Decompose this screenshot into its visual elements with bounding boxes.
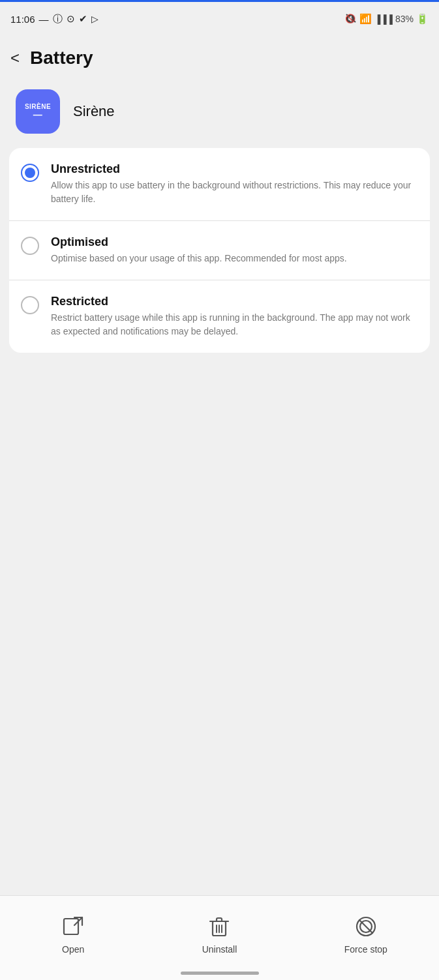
force-stop-button[interactable]: Force stop (337, 914, 395, 955)
app-icon-text: SIRÈNE— (25, 102, 51, 121)
svg-text:🔇: 🔇 (345, 13, 356, 24)
option-optimised-text: Optimised Optimise based on your usage o… (51, 235, 416, 265)
option-restricted-title: Restricted (51, 295, 416, 308)
back-button[interactable]: < (10, 49, 20, 67)
status-bar-right: 🔇 📶 ▐▐▐ 83% 🔋 (345, 13, 429, 25)
status-bar: 11:06 — ⓘ ⊙ ✔ ▷ 🔇 📶 ▐▐▐ 83% 🔋 (0, 2, 439, 36)
app-info-row: SIRÈNE— Sirène (0, 78, 439, 148)
option-unrestricted[interactable]: Unrestricted Allow this app to use batte… (9, 148, 430, 220)
option-restricted-text: Restricted Restrict battery usage while … (51, 295, 416, 338)
option-optimised-title: Optimised (51, 235, 416, 249)
uninstall-button[interactable]: Uninstall (190, 914, 249, 955)
open-icon (61, 914, 85, 939)
battery-options-card: Unrestricted Allow this app to use batte… (9, 148, 430, 353)
home-bar-indicator (181, 972, 259, 975)
option-unrestricted-desc: Allow this app to use battery in the bac… (51, 179, 416, 206)
page-title: Battery (30, 48, 93, 68)
app-icon: SIRÈNE— (16, 89, 60, 134)
play-icon: ▷ (91, 14, 98, 24)
status-bar-left: 11:06 — ⓘ ⊙ ✔ ▷ (10, 13, 98, 25)
signal-icon: ▐▐▐ (374, 14, 393, 24)
mute-icon: 🔇 (345, 13, 357, 25)
option-optimised-desc: Optimise based on your usage of this app… (51, 252, 416, 265)
option-restricted[interactable]: Restricted Restrict battery usage while … (9, 280, 430, 353)
app-name: Sirène (73, 103, 115, 120)
radio-restricted[interactable] (21, 296, 39, 314)
force-stop-icon (354, 914, 378, 939)
clock-icon: ⊙ (67, 13, 75, 25)
force-stop-label: Force stop (344, 944, 387, 955)
open-button[interactable]: Open (44, 914, 102, 955)
page-header: < Battery (0, 36, 439, 78)
option-unrestricted-text: Unrestricted Allow this app to use batte… (51, 162, 416, 206)
bottom-action-bar: Open Uninstall Force stop (0, 895, 439, 980)
status-time: 11:06 (10, 14, 35, 25)
radio-unrestricted[interactable] (21, 164, 39, 182)
radio-unrestricted-fill (25, 168, 35, 178)
option-restricted-desc: Restrict battery usage while this app is… (51, 311, 416, 338)
battery-icon: 🔋 (416, 13, 429, 25)
svg-rect-2 (64, 919, 78, 934)
open-label: Open (62, 944, 84, 955)
option-unrestricted-title: Unrestricted (51, 162, 416, 176)
uninstall-label: Uninstall (202, 944, 237, 955)
uninstall-icon (207, 914, 232, 939)
battery-level: 83% (395, 14, 414, 24)
status-dash: — (39, 14, 49, 25)
option-optimised[interactable]: Optimised Optimise based on your usage o… (9, 220, 430, 280)
info-icon: ⓘ (53, 13, 63, 25)
task-icon: ✔ (79, 13, 87, 25)
radio-optimised[interactable] (21, 237, 39, 255)
wifi-icon: 📶 (359, 13, 372, 25)
